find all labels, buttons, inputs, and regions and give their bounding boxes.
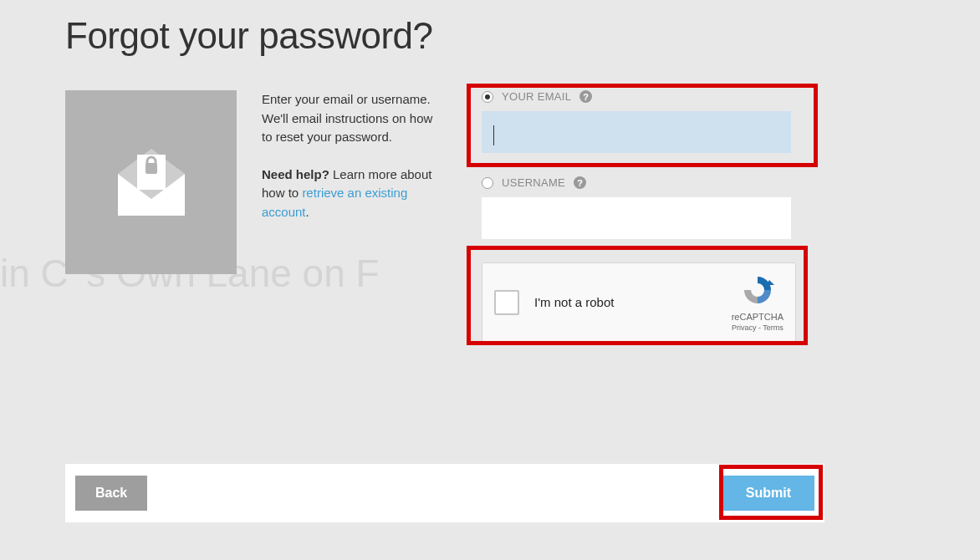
- email-label: YOUR EMAIL: [502, 90, 571, 103]
- text-cursor: [493, 125, 494, 145]
- envelope-lock-icon: [114, 145, 189, 220]
- footer-bar: Back Submit: [65, 464, 824, 522]
- instructions-panel: Enter your email or username. We'll emai…: [262, 90, 442, 240]
- recaptcha-checkbox[interactable]: [494, 290, 519, 315]
- envelope-lock-illustration: [65, 90, 237, 274]
- username-input[interactable]: [482, 197, 791, 239]
- help-icon[interactable]: ?: [574, 176, 586, 189]
- instructions-text: Enter your email or username. We'll emai…: [262, 90, 442, 147]
- recaptcha-icon: [741, 273, 774, 307]
- recaptcha-branding: reCAPTCHA Privacy - Terms: [732, 273, 783, 332]
- recaptcha-widget: I'm not a robot reCAPTCHA Privacy - Term…: [482, 262, 796, 342]
- email-input[interactable]: [482, 111, 791, 153]
- username-label: USERNAME: [502, 176, 565, 189]
- email-field-group: YOUR EMAIL ?: [482, 90, 980, 153]
- help-text: Need help? Learn more about how to retri…: [262, 165, 442, 222]
- page-title: Forgot your password?: [0, 0, 980, 57]
- username-radio[interactable]: [482, 177, 493, 189]
- username-field-group: USERNAME ?: [482, 176, 980, 239]
- submit-button[interactable]: Submit: [722, 476, 814, 511]
- form-area: YOUR EMAIL ? USERNAME ? I'm not a robot: [467, 90, 980, 342]
- email-radio[interactable]: [482, 91, 493, 103]
- back-button[interactable]: Back: [75, 476, 147, 511]
- recaptcha-label: I'm not a robot: [534, 295, 614, 309]
- help-icon[interactable]: ?: [579, 90, 592, 103]
